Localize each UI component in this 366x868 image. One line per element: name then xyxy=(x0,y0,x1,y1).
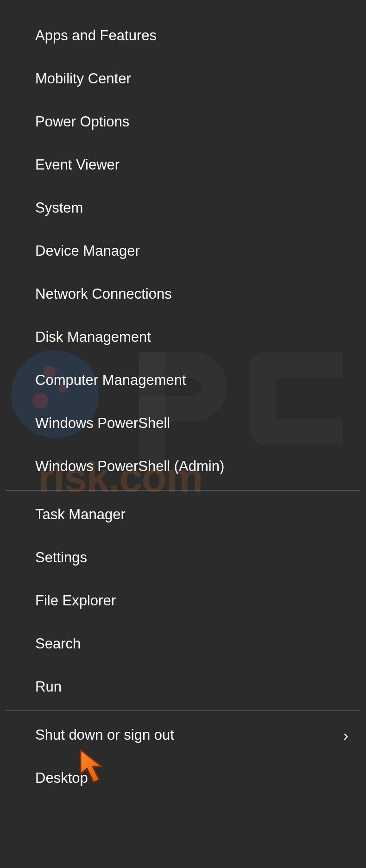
menu-item-label: Network Connections xyxy=(35,286,172,302)
menu-item-disk-management[interactable]: Disk Management xyxy=(0,315,366,359)
menu-item-windows-powershell-admin[interactable]: Windows PowerShell (Admin) xyxy=(0,445,366,488)
menu-item-run[interactable]: Run xyxy=(0,665,366,708)
winx-context-menu: Apps and Features Mobility Center Power … xyxy=(0,14,366,799)
menu-item-label: Windows PowerShell (Admin) xyxy=(35,458,224,475)
menu-item-apps-and-features[interactable]: Apps and Features xyxy=(0,14,366,57)
menu-item-label: Shut down or sign out xyxy=(35,727,174,743)
menu-item-label: Device Manager xyxy=(35,243,140,259)
menu-item-task-manager[interactable]: Task Manager xyxy=(0,493,366,536)
menu-item-windows-powershell[interactable]: Windows PowerShell xyxy=(0,402,366,445)
menu-item-label: Apps and Features xyxy=(35,27,157,44)
menu-item-settings[interactable]: Settings xyxy=(0,536,366,579)
menu-separator xyxy=(6,490,360,491)
menu-item-network-connections[interactable]: Network Connections xyxy=(0,272,366,315)
menu-item-system[interactable]: System xyxy=(0,186,366,229)
menu-item-search[interactable]: Search xyxy=(0,622,366,665)
menu-item-label: Desktop xyxy=(35,770,88,786)
menu-item-label: Windows PowerShell xyxy=(35,415,170,432)
menu-item-label: Disk Management xyxy=(35,329,151,346)
menu-item-label: Search xyxy=(35,635,81,652)
menu-item-label: Mobility Center xyxy=(35,70,131,87)
menu-item-device-manager[interactable]: Device Manager xyxy=(0,229,366,272)
menu-item-label: Power Options xyxy=(35,113,129,130)
menu-item-event-viewer[interactable]: Event Viewer xyxy=(0,143,366,186)
menu-separator xyxy=(6,711,360,711)
menu-item-label: Settings xyxy=(35,549,87,566)
menu-item-file-explorer[interactable]: File Explorer xyxy=(0,579,366,622)
menu-item-label: Task Manager xyxy=(35,506,126,523)
menu-item-shut-down-or-sign-out[interactable]: Shut down or sign out › xyxy=(0,713,366,756)
menu-item-label: Event Viewer xyxy=(35,157,120,173)
menu-item-label: Run xyxy=(35,679,62,695)
menu-item-computer-management[interactable]: Computer Management xyxy=(0,359,366,402)
menu-item-label: Computer Management xyxy=(35,372,186,389)
menu-item-label: System xyxy=(35,200,83,216)
menu-item-desktop[interactable]: Desktop xyxy=(0,756,366,799)
menu-item-mobility-center[interactable]: Mobility Center xyxy=(0,57,366,100)
menu-item-power-options[interactable]: Power Options xyxy=(0,100,366,143)
chevron-right-icon: › xyxy=(343,727,348,743)
menu-item-label: File Explorer xyxy=(35,592,116,609)
